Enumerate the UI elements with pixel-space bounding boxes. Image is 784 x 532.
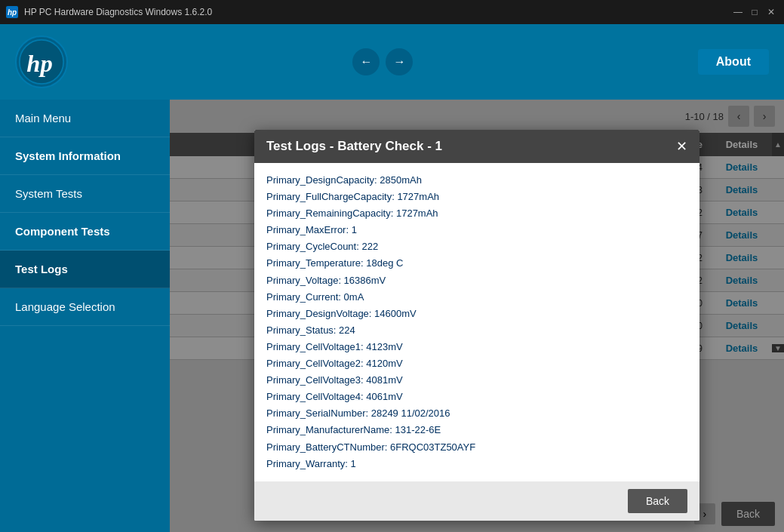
maximize-button[interactable]: □ [748,5,761,19]
sidebar-item-main-menu[interactable]: Main Menu [0,100,170,137]
nav-forward-button[interactable]: → [386,48,413,75]
log-line: Primary_RemainingCapacity: 1727mAh [266,205,687,222]
log-line: Primary_Voltage: 16386mV [266,272,687,289]
sidebar-item-test-logs[interactable]: Test Logs [0,251,170,288]
app-container: hp ← → About Main Menu System Informatio… [0,24,784,532]
log-line: Primary_CellVoltage2: 4120mV [266,355,687,372]
log-line: Primary_CellVoltage3: 4081mV [266,372,687,389]
sidebar-item-system-tests[interactable]: System Tests [0,175,170,213]
header-nav: ← → [352,48,413,75]
modal-close-button[interactable]: ✕ [676,140,687,153]
header: hp ← → About [0,24,784,100]
content-area: Main Menu System Information System Test… [0,100,784,532]
sidebar-item-language-selection[interactable]: Language Selection [0,288,170,326]
minimize-button[interactable]: — [731,5,745,19]
title-bar-controls: — □ ✕ [731,5,778,19]
svg-text:hp: hp [26,50,52,77]
close-button[interactable]: ✕ [764,5,778,19]
modal-dialog: Test Logs - Battery Check - 1 ✕ Primary_… [254,130,699,521]
sidebar-item-component-tests[interactable]: Component Tests [0,213,170,251]
log-line: Primary_CycleCount: 222 [266,238,687,255]
title-bar: hp HP PC Hardware Diagnostics Windows 1.… [0,0,784,24]
log-line: Primary_BatteryCTNumber: 6FRQC03TZ50AYF [266,439,687,456]
modal-header: Test Logs - Battery Check - 1 ✕ [254,130,699,163]
modal-title: Test Logs - Battery Check - 1 [266,139,442,154]
sidebar-item-system-information[interactable]: System Information [0,137,170,175]
sidebar: Main Menu System Information System Test… [0,100,170,532]
main-content: 1-10 / 18 ‹ › ne Details ▲ -06 21:24 Det… [170,100,784,532]
svg-text:hp: hp [8,8,17,17]
log-line: Primary_Current: 0mA [266,289,687,306]
log-line: Primary_MaxError: 1 [266,222,687,238]
log-line: Primary_CellVoltage4: 4061mV [266,389,687,405]
log-line: Primary_SerialNumber: 28249 11/02/2016 [266,405,687,422]
log-line: Primary_CellVoltage1: 4123mV [266,339,687,355]
modal-back-button[interactable]: Back [628,489,687,513]
log-line: Primary_ManufacturerName: 131-22-6E [266,422,687,438]
modal-footer: Back [254,481,699,521]
log-line: Primary_DesignCapacity: 2850mAh [266,172,687,189]
hp-logo: hp [15,35,68,88]
log-line: Primary_Warranty: 1 [266,456,687,472]
modal-body: Primary_DesignCapacity: 2850mAh Primary_… [254,163,699,481]
app-icon: hp [6,6,18,18]
nav-back-button[interactable]: ← [352,48,380,75]
log-line: Primary_FullChargeCapacity: 1727mAh [266,189,687,205]
log-line: Primary_Temperature: 18deg C [266,255,687,272]
title-bar-text: HP PC Hardware Diagnostics Windows 1.6.2… [24,7,725,17]
about-button[interactable]: About [698,49,769,75]
modal-overlay: Test Logs - Battery Check - 1 ✕ Primary_… [170,100,784,532]
log-line: Primary_DesignVoltage: 14600mV [266,306,687,322]
log-line: Primary_Status: 224 [266,322,687,339]
